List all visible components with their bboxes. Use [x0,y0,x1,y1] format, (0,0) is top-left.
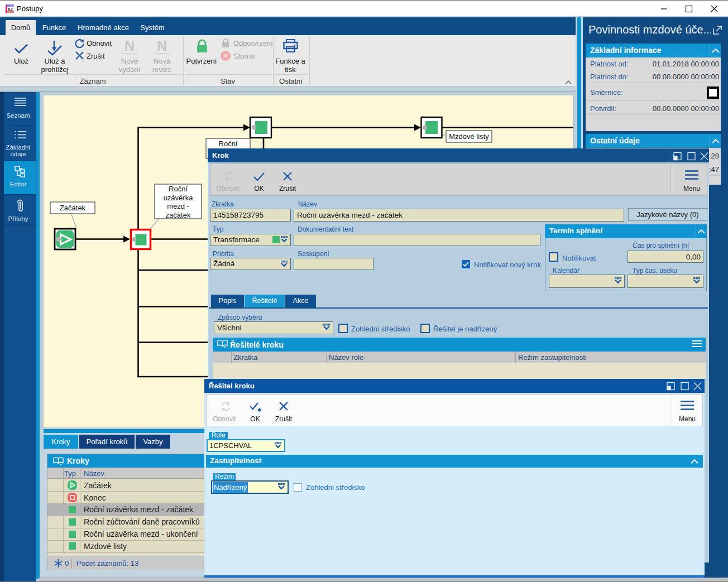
svg-text:K2: K2 [8,7,13,11]
svg-text:Roční: Roční [169,185,188,193]
svg-text:mezd -: mezd - [167,202,189,210]
svg-text:Mzdové listy: Mzdové listy [449,132,489,141]
svg-text:Začátek: Začátek [60,204,86,212]
svg-text:uzávěrka: uzávěrka [164,194,194,202]
svg-text:začátek: začátek [166,211,191,219]
svg-text:Roční: Roční [219,140,238,148]
